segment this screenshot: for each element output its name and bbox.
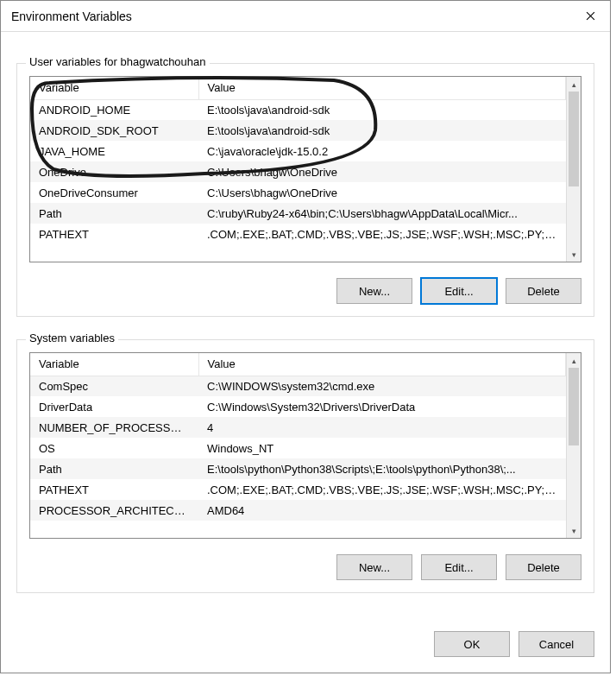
scroll-up-icon[interactable]: ▴ [567, 353, 581, 368]
user-buttons-row: New... Edit... Delete [29, 278, 581, 304]
system-variables-label: System variables [26, 332, 118, 344]
user-delete-button[interactable]: Delete [506, 278, 581, 304]
table-row[interactable]: ComSpecC:\WINDOWS\system32\cmd.exe [30, 376, 566, 396]
dialog-title: Environment Variables [11, 9, 132, 23]
scroll-down-icon[interactable]: ▾ [567, 523, 581, 538]
scroll-down-icon[interactable]: ▾ [567, 247, 581, 262]
table-row[interactable]: NUMBER_OF_PROCESSORS4 [30, 417, 566, 438]
scroll-up-icon[interactable]: ▴ [567, 77, 581, 92]
table-row[interactable]: PROCESSOR_ARCHITECTU...AMD64 [30, 500, 566, 521]
titlebar: Environment Variables [1, 1, 610, 32]
dialog-buttons: OK Cancel [434, 631, 594, 657]
close-button[interactable] [570, 1, 610, 32]
user-variables-table[interactable]: Variable Value ANDROID_HOMEE:\tools\java… [29, 76, 581, 262]
table-row[interactable]: JAVA_HOMEC:\java\oracle\jdk-15.0.2 [30, 141, 566, 161]
table-row[interactable]: PATHEXT.COM;.EXE;.BAT;.CMD;.VBS;.VBE;.JS… [30, 224, 566, 244]
system-variables-group: System variables Variable Value ComSpecC… [16, 339, 594, 593]
system-new-button[interactable]: New... [336, 554, 412, 580]
cancel-button[interactable]: Cancel [519, 631, 594, 657]
scrollbar[interactable]: ▴ ▾ [566, 77, 581, 262]
col-header-value[interactable]: Value [198, 353, 566, 376]
table-row[interactable]: DriverDataC:\Windows\System32\Drivers\Dr… [30, 396, 566, 417]
table-row[interactable]: OneDriveC:\Users\bhagw\OneDrive [30, 161, 566, 182]
table-row[interactable]: ANDROID_HOMEE:\tools\java\android-sdk [30, 99, 566, 120]
col-header-variable[interactable]: Variable [30, 353, 198, 376]
user-variables-group: User variables for bhagwatchouhan Variab… [16, 63, 594, 317]
table-row[interactable]: OneDriveConsumerC:\Users\bhagw\OneDrive [30, 182, 566, 203]
close-icon [586, 11, 595, 21]
user-edit-button[interactable]: Edit... [421, 278, 497, 304]
system-delete-button[interactable]: Delete [506, 554, 581, 580]
scroll-thumb[interactable] [569, 92, 579, 186]
col-header-variable[interactable]: Variable [30, 77, 198, 99]
table-row[interactable]: PathC:\ruby\Ruby24-x64\bin;C:\Users\bhag… [30, 203, 566, 224]
col-header-value[interactable]: Value [198, 77, 566, 99]
environment-variables-dialog: Environment Variables User variables for… [0, 0, 611, 673]
table-row[interactable]: OSWindows_NT [30, 438, 566, 458]
system-edit-button[interactable]: Edit... [421, 554, 497, 580]
table-row[interactable]: PATHEXT.COM;.EXE;.BAT;.CMD;.VBS;.VBE;.JS… [30, 479, 566, 500]
table-row[interactable]: PathE:\tools\python\Python38\Scripts\;E:… [30, 458, 566, 479]
scroll-thumb[interactable] [569, 368, 579, 445]
system-buttons-row: New... Edit... Delete [29, 554, 581, 580]
scrollbar[interactable]: ▴ ▾ [566, 353, 581, 538]
table-row[interactable]: ANDROID_SDK_ROOTE:\tools\java\android-sd… [30, 120, 566, 141]
user-variables-label: User variables for bhagwatchouhan [26, 55, 210, 68]
user-new-button[interactable]: New... [336, 278, 412, 304]
system-variables-table[interactable]: Variable Value ComSpecC:\WINDOWS\system3… [29, 352, 581, 539]
ok-button[interactable]: OK [434, 631, 510, 657]
